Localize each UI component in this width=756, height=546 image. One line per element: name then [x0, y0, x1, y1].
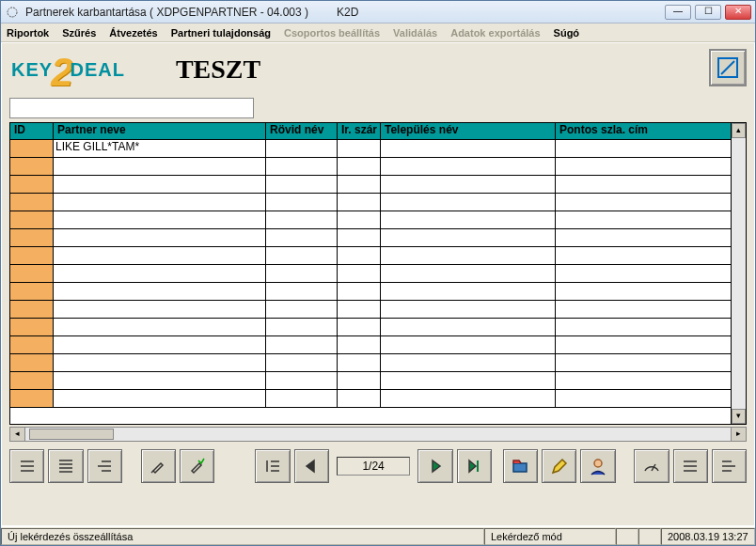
- cell-ir[interactable]: [338, 229, 381, 246]
- cell-ir[interactable]: [338, 158, 381, 175]
- cell-id[interactable]: [10, 247, 54, 264]
- close-button[interactable]: ✕: [725, 5, 751, 20]
- cell-rovid[interactable]: [266, 211, 338, 228]
- list-button-2[interactable]: [48, 449, 83, 483]
- cell-ir[interactable]: [338, 194, 381, 211]
- cell-id[interactable]: [10, 158, 54, 175]
- scroll-up-button[interactable]: ▴: [732, 123, 746, 138]
- list-button-3[interactable]: [87, 449, 122, 483]
- cell-tel[interactable]: [381, 283, 556, 300]
- table-row[interactable]: [10, 301, 731, 319]
- cell-cim[interactable]: [556, 229, 731, 246]
- cell-rovid[interactable]: [266, 247, 338, 264]
- cell-cim[interactable]: [556, 301, 731, 318]
- cell-id[interactable]: [10, 229, 54, 246]
- cell-rovid[interactable]: [266, 354, 338, 371]
- table-row[interactable]: [10, 283, 731, 301]
- cell-tel[interactable]: [381, 301, 556, 318]
- table-row[interactable]: [10, 354, 731, 372]
- cell-name[interactable]: [54, 301, 266, 318]
- last-button[interactable]: [457, 449, 492, 483]
- table-row[interactable]: [10, 265, 731, 283]
- cell-ir[interactable]: [338, 140, 381, 157]
- cell-rovid[interactable]: [266, 176, 338, 193]
- col-header-ir[interactable]: Ir. szár: [338, 123, 381, 139]
- cell-rovid[interactable]: [266, 336, 338, 353]
- cell-id[interactable]: [10, 283, 54, 300]
- cell-name[interactable]: [54, 372, 266, 389]
- cell-cim[interactable]: [556, 336, 731, 353]
- cell-id[interactable]: [10, 265, 54, 282]
- data-grid[interactable]: ID Partner neve Rövid név Ir. szár Telep…: [9, 122, 747, 425]
- cell-tel[interactable]: [381, 247, 556, 264]
- cell-name[interactable]: [54, 247, 266, 264]
- cell-tel[interactable]: [381, 354, 556, 371]
- cell-cim[interactable]: [556, 390, 731, 407]
- cell-name[interactable]: [54, 319, 266, 335]
- cell-name[interactable]: [54, 194, 266, 211]
- table-row[interactable]: [10, 176, 731, 194]
- cell-tel[interactable]: [381, 194, 556, 211]
- cell-tel[interactable]: [381, 372, 556, 389]
- cell-tel[interactable]: [381, 211, 556, 228]
- cell-ir[interactable]: [338, 211, 381, 228]
- cell-ir[interactable]: [338, 283, 381, 300]
- cell-rovid[interactable]: [266, 158, 338, 175]
- cell-ir[interactable]: [338, 319, 381, 335]
- gauge-button[interactable]: [634, 449, 669, 483]
- cell-rovid[interactable]: [266, 372, 338, 389]
- grid-header[interactable]: ID Partner neve Rövid név Ir. szár Telep…: [10, 123, 746, 140]
- cell-id[interactable]: [10, 354, 54, 371]
- cell-tel[interactable]: [381, 319, 556, 335]
- cell-cim[interactable]: [556, 158, 731, 175]
- cell-rovid[interactable]: [266, 265, 338, 282]
- table-row[interactable]: LIKE GILL*TAM*: [10, 140, 731, 158]
- prev-button[interactable]: [294, 449, 329, 483]
- scroll-down-button[interactable]: ▾: [732, 409, 746, 424]
- cell-id[interactable]: [10, 390, 54, 407]
- col-header-tel[interactable]: Település név: [381, 123, 556, 139]
- cell-tel[interactable]: [381, 229, 556, 246]
- cell-id[interactable]: [10, 301, 54, 318]
- menu-item-7[interactable]: Súgó: [554, 27, 580, 39]
- user-button[interactable]: [580, 449, 615, 483]
- table-row[interactable]: [10, 319, 731, 336]
- cell-rovid[interactable]: [266, 194, 338, 211]
- cell-id[interactable]: [10, 140, 54, 157]
- cell-name[interactable]: [54, 211, 266, 228]
- list-button-5[interactable]: [712, 449, 747, 483]
- next-button[interactable]: [417, 449, 452, 483]
- cell-rovid[interactable]: [266, 301, 338, 318]
- cell-ir[interactable]: [338, 336, 381, 353]
- cell-id[interactable]: [10, 194, 54, 211]
- cell-rovid[interactable]: [266, 390, 338, 407]
- cell-name[interactable]: [54, 283, 266, 300]
- menu-item-2[interactable]: Átvezetés: [109, 27, 157, 39]
- cell-tel[interactable]: [381, 140, 556, 157]
- list-button-4[interactable]: [673, 449, 708, 483]
- cell-name[interactable]: [54, 229, 266, 246]
- cell-name[interactable]: LIKE GILL*TAM*: [54, 140, 266, 157]
- cell-ir[interactable]: [338, 265, 381, 282]
- cell-rovid[interactable]: [266, 319, 338, 335]
- cell-tel[interactable]: [381, 336, 556, 353]
- cell-cim[interactable]: [556, 247, 731, 264]
- col-header-rovid[interactable]: Rövid név: [266, 123, 338, 139]
- cell-ir[interactable]: [338, 390, 381, 407]
- pin-button-1[interactable]: [141, 449, 176, 483]
- cell-tel[interactable]: [381, 390, 556, 407]
- edit-corner-button[interactable]: [709, 49, 747, 86]
- cell-cim[interactable]: [556, 265, 731, 282]
- cell-rovid[interactable]: [266, 229, 338, 246]
- cell-cim[interactable]: [556, 194, 731, 211]
- list-button-1[interactable]: [9, 449, 44, 483]
- table-row[interactable]: [10, 194, 731, 211]
- cell-ir[interactable]: [338, 247, 381, 264]
- cell-name[interactable]: [54, 354, 266, 371]
- horizontal-scrollbar[interactable]: ◂ ▸: [9, 427, 747, 442]
- cell-cim[interactable]: [556, 372, 731, 389]
- col-header-id[interactable]: ID: [10, 123, 54, 139]
- cell-rovid[interactable]: [266, 283, 338, 300]
- cell-name[interactable]: [54, 158, 266, 175]
- cell-id[interactable]: [10, 372, 54, 389]
